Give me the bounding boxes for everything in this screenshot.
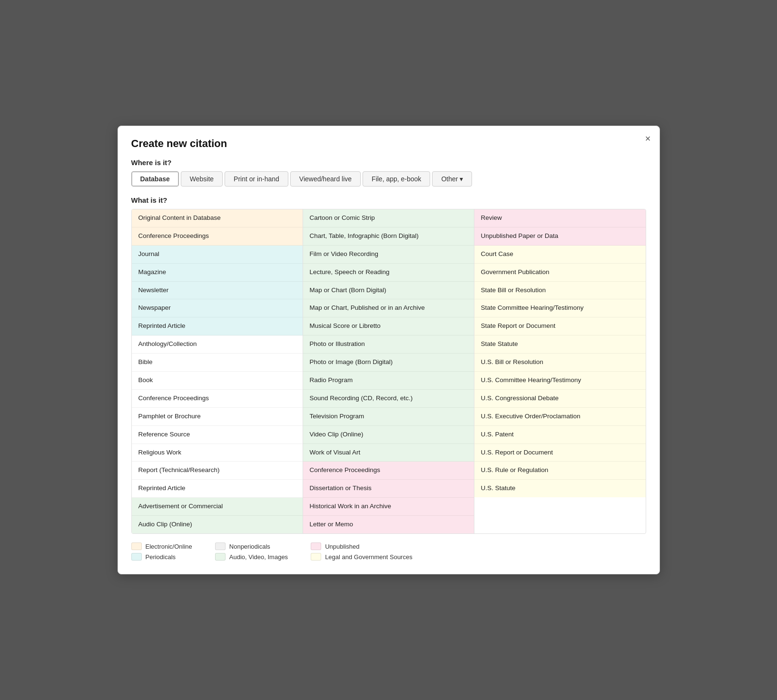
legend-item: Audio, Video, Images [215, 553, 288, 561]
legend-swatch [131, 553, 142, 561]
citation-type-item[interactable]: U.S. Statute [474, 480, 646, 497]
column-3: ReviewUnpublished Paper or DataCourt Cas… [474, 209, 646, 533]
citation-type-item[interactable]: State Statute [474, 335, 646, 354]
tab-print-or-in-hand[interactable]: Print or in-hand [225, 171, 288, 187]
citation-type-item[interactable]: Work of Visual Art [303, 444, 474, 462]
citation-type-item[interactable]: Reprinted Article [132, 317, 303, 335]
citation-type-item[interactable]: Magazine [132, 264, 303, 282]
citation-type-item[interactable]: Historical Work in an Archive [303, 498, 474, 516]
citation-type-item[interactable]: Photo or Illustration [303, 335, 474, 354]
legend-row: Electronic/OnlinePeriodicalsNonperiodica… [131, 542, 646, 561]
what-label: What is it? [131, 196, 646, 204]
legend-swatch [215, 542, 226, 550]
column-2: Cartoon or Comic StripChart, Table, Info… [303, 209, 474, 533]
legend-item: Unpublished [311, 542, 413, 550]
citation-type-item[interactable]: Letter or Memo [303, 516, 474, 533]
legend-group-2: NonperiodicalsAudio, Video, Images [215, 542, 288, 561]
citation-type-item[interactable]: Film or Video Recording [303, 246, 474, 264]
create-citation-modal: × Create new citation Where is it? Datab… [118, 126, 660, 574]
legend-swatch [311, 542, 321, 550]
citation-type-item[interactable]: Conference Proceedings [132, 390, 303, 408]
legend-label: Electronic/Online [146, 543, 192, 550]
citation-type-item[interactable]: Conference Proceedings [132, 227, 303, 246]
legend-item: Electronic/Online [131, 542, 192, 550]
citation-type-item[interactable]: Pamphlet or Brochure [132, 408, 303, 426]
tab-viewed-heard-live[interactable]: Viewed/heard live [290, 171, 361, 187]
citation-type-item[interactable]: Chart, Table, Infographic (Born Digital) [303, 227, 474, 246]
legend-label: Legal and Government Sources [325, 553, 413, 561]
citation-type-item[interactable]: Television Program [303, 408, 474, 426]
citation-type-item[interactable]: U.S. Bill or Resolution [474, 354, 646, 372]
citation-type-item[interactable]: Newsletter [132, 282, 303, 300]
citation-type-item[interactable]: Video Clip (Online) [303, 426, 474, 444]
legend-swatch [215, 553, 226, 561]
citation-type-item[interactable]: Government Publication [474, 264, 646, 282]
citation-type-item[interactable]: Bible [132, 354, 303, 372]
citation-type-item[interactable]: Anthology/Collection [132, 335, 303, 354]
tab-website[interactable]: Website [181, 171, 223, 187]
citation-type-item[interactable]: Musical Score or Libretto [303, 317, 474, 335]
citation-type-item[interactable]: Audio Clip (Online) [132, 516, 303, 533]
citation-type-item[interactable]: State Report or Document [474, 317, 646, 335]
citation-type-item[interactable]: Report (Technical/Research) [132, 462, 303, 480]
citation-type-item[interactable]: Map or Chart (Born Digital) [303, 282, 474, 300]
legend-label: Audio, Video, Images [229, 553, 288, 561]
legend-item: Periodicals [131, 553, 192, 561]
citation-type-item[interactable]: Court Case [474, 246, 646, 264]
citation-type-item[interactable]: Lecture, Speech or Reading [303, 264, 474, 282]
tab-database[interactable]: Database [131, 171, 179, 187]
legend-item: Legal and Government Sources [311, 553, 413, 561]
legend-label: Unpublished [325, 543, 359, 550]
citation-type-item[interactable]: Reference Source [132, 426, 303, 444]
close-button[interactable]: × [645, 134, 651, 143]
citation-type-item[interactable]: Unpublished Paper or Data [474, 227, 646, 246]
legend-label: Periodicals [146, 553, 176, 561]
legend-group-3: UnpublishedLegal and Government Sources [311, 542, 413, 561]
tab-other--[interactable]: Other ▾ [432, 171, 472, 187]
citation-type-item[interactable]: Newspaper [132, 299, 303, 317]
citation-type-item[interactable]: U.S. Committee Hearing/Testimony [474, 372, 646, 390]
citation-type-item[interactable]: Advertisement or Commercial [132, 498, 303, 516]
citation-type-item[interactable]: Cartoon or Comic Strip [303, 209, 474, 227]
citation-type-item[interactable]: U.S. Rule or Regulation [474, 462, 646, 480]
citation-type-item[interactable]: Radio Program [303, 372, 474, 390]
citation-type-item[interactable]: Conference Proceedings [303, 462, 474, 480]
citation-type-item[interactable]: U.S. Executive Order/Proclamation [474, 408, 646, 426]
citation-type-item[interactable]: State Committee Hearing/Testimony [474, 299, 646, 317]
tab-file--app--e-book[interactable]: File, app, e-book [363, 171, 430, 187]
citation-type-item[interactable]: Reprinted Article [132, 480, 303, 498]
citation-type-item[interactable]: Religious Work [132, 444, 303, 462]
legend-item: Nonperiodicals [215, 542, 288, 550]
column-1: Original Content in DatabaseConference P… [132, 209, 303, 533]
legend-swatch [131, 542, 142, 550]
citation-type-item[interactable]: Original Content in Database [132, 209, 303, 227]
citation-types-grid: Original Content in DatabaseConference P… [131, 209, 646, 534]
modal-title: Create new citation [131, 138, 646, 150]
citation-type-item[interactable]: Book [132, 372, 303, 390]
citation-type-item[interactable]: U.S. Congressional Debate [474, 390, 646, 408]
legend-label: Nonperiodicals [229, 543, 270, 550]
citation-type-item[interactable]: Journal [132, 246, 303, 264]
citation-type-item[interactable]: U.S. Patent [474, 426, 646, 444]
citation-type-item[interactable]: Review [474, 209, 646, 227]
citation-type-item[interactable]: U.S. Report or Document [474, 444, 646, 462]
citation-type-item[interactable]: State Bill or Resolution [474, 282, 646, 300]
legend-swatch [311, 553, 321, 561]
tabs-row: DatabaseWebsitePrint or in-handViewed/he… [131, 171, 646, 187]
where-label: Where is it? [131, 158, 646, 167]
citation-type-item[interactable]: Dissertation or Thesis [303, 480, 474, 498]
citation-type-item[interactable]: Photo or Image (Born Digital) [303, 354, 474, 372]
citation-type-item[interactable]: Map or Chart, Published or in an Archive [303, 299, 474, 317]
legend-group-1: Electronic/OnlinePeriodicals [131, 542, 192, 561]
citation-type-item[interactable]: Sound Recording (CD, Record, etc.) [303, 390, 474, 408]
